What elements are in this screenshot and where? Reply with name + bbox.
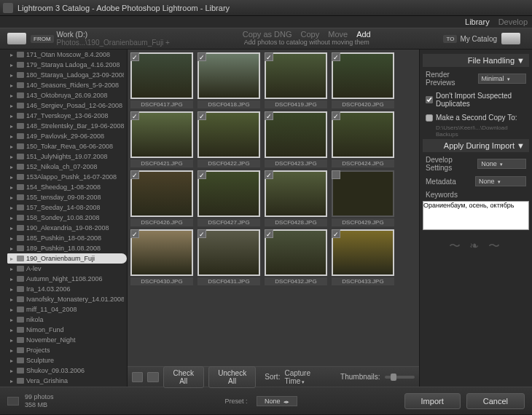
- disclosure-arrow[interactable]: ▸: [10, 72, 15, 79]
- uncheck-all-button[interactable]: Uncheck All: [208, 366, 256, 388]
- thumbnail[interactable]: ✓DSCF0419.JPG: [265, 52, 327, 108]
- thumb-checkbox[interactable]: ✓: [265, 111, 273, 120]
- file-handling-header[interactable]: File Handling ▼: [423, 54, 529, 67]
- thumb-checkbox[interactable]: ✓: [130, 52, 139, 61]
- disclosure-arrow[interactable]: ▸: [10, 266, 15, 272]
- module-develop[interactable]: Develop: [498, 17, 528, 26]
- disclosure-arrow[interactable]: ▸: [10, 52, 15, 58]
- disclosure-arrow[interactable]: ▸: [10, 347, 15, 354]
- thumbnail[interactable]: ✓DSCF0430.JPG: [130, 229, 193, 285]
- folder-item[interactable]: ▸157_Seeday_14-08-2008: [0, 202, 127, 213]
- folder-item[interactable]: ▸171_Otan Moscow_8.4.2008: [0, 50, 127, 60]
- disclosure-arrow[interactable]: ▸: [10, 378, 15, 384]
- thumbnail[interactable]: ✓DSCF0421.JPG: [130, 111, 193, 167]
- thumb-checkbox[interactable]: ✓: [332, 52, 340, 61]
- folder-item[interactable]: ▸179_Staraya Ladoga_4.16.2008: [0, 60, 127, 70]
- folder-item[interactable]: ▸Shukov_09.03.2006: [0, 365, 127, 376]
- folder-item[interactable]: ▸Ira_14.03.2006: [0, 284, 127, 294]
- thumb-checkbox[interactable]: ✓: [197, 111, 206, 120]
- folder-item[interactable]: ▸miff_11_04_2008: [0, 304, 127, 315]
- thumbnail[interactable]: ✓DSCF0422.JPG: [197, 111, 260, 167]
- check-all-button[interactable]: Check All: [163, 366, 205, 388]
- module-library[interactable]: Library: [465, 17, 490, 26]
- disclosure-arrow[interactable]: ▸: [10, 357, 15, 364]
- disclosure-arrow[interactable]: ▸: [10, 194, 15, 201]
- folder-item[interactable]: ▸153Alappo_Pushk_16-07-2008: [0, 172, 127, 182]
- folder-item[interactable]: ▸Nimon_Fund: [0, 325, 127, 335]
- disclosure-arrow[interactable]: ▸: [10, 215, 15, 221]
- folder-item[interactable]: ▸Vera_Grishina: [0, 376, 127, 386]
- folder-item[interactable]: ▸189_Pushkin_18.08.2008: [0, 243, 127, 253]
- folder-item[interactable]: ▸146_Sergiev_Posad_12-06-2008: [0, 100, 127, 111]
- disclosure-arrow[interactable]: ▸: [10, 133, 15, 140]
- thumbnail[interactable]: ✓DSCF0420.JPG: [332, 52, 394, 108]
- disclosure-arrow[interactable]: ▸: [10, 164, 15, 170]
- thumbnail[interactable]: ✓DSCF0433.JPG: [332, 229, 394, 285]
- disclosure-arrow[interactable]: ▸: [10, 82, 15, 89]
- thumb-checkbox[interactable]: [332, 170, 340, 179]
- folder-item[interactable]: ▸143_Oktobruya_26.09.2008: [0, 90, 127, 100]
- folder-item[interactable]: ▸150_Tokar_Reva_06-06-2008: [0, 141, 127, 151]
- disclosure-arrow[interactable]: ▸: [10, 368, 15, 374]
- thumb-checkbox[interactable]: ✓: [130, 229, 139, 238]
- folder-item[interactable]: ▸190_Alexandria_19-08-2008: [0, 223, 127, 233]
- thumb-checkbox[interactable]: ✓: [197, 170, 206, 179]
- cancel-button[interactable]: Cancel: [466, 393, 525, 409]
- folder-item[interactable]: ▸Willful_Child: [0, 386, 127, 387]
- import-button[interactable]: Import: [404, 393, 461, 409]
- folder-item[interactable]: ▸152_Nikola_ch_07-2008: [0, 162, 127, 172]
- render-previews-dropdown[interactable]: Minimal ▾: [478, 74, 526, 84]
- action-copy[interactable]: Copy: [301, 31, 320, 39]
- disclosure-arrow[interactable]: ▸: [10, 184, 15, 191]
- disclosure-arrow[interactable]: ▸: [10, 245, 15, 252]
- folder-item[interactable]: ▸A-lev: [0, 264, 127, 274]
- keywords-input[interactable]: [423, 201, 529, 230]
- disclosure-arrow[interactable]: ▸: [10, 154, 15, 160]
- thumb-checkbox[interactable]: ✓: [197, 229, 206, 238]
- disclosure-arrow[interactable]: ▸: [10, 235, 15, 242]
- thumbnail[interactable]: ✓DSCF0418.JPG: [197, 52, 260, 108]
- action-add[interactable]: Add: [356, 31, 371, 39]
- preset-dropdown[interactable]: None ◂▸: [257, 396, 297, 406]
- no-duplicates-checkbox[interactable]: [426, 96, 433, 103]
- folder-item[interactable]: ▸180_Staraya_Ladoga_23-09-2008: [0, 70, 127, 80]
- thumbnail[interactable]: ✓DSCF0428.JPG: [265, 170, 327, 226]
- source-name[interactable]: Work (D:): [57, 31, 170, 39]
- disclosure-arrow[interactable]: ▸: [10, 174, 15, 181]
- disclosure-arrow[interactable]: ▸: [10, 286, 15, 293]
- thumbnail[interactable]: DSCF0429.JPG: [332, 170, 394, 226]
- folder-item[interactable]: ▸151_JulyNights_19.07.2008: [0, 151, 127, 162]
- folder-item[interactable]: ▸155_tensday_09-08-2008: [0, 192, 127, 202]
- thumbnail[interactable]: ✓DSCF0424.JPG: [332, 111, 394, 167]
- thumbnail[interactable]: ✓DSCF0431.JPG: [197, 229, 260, 285]
- folder-item[interactable]: ▸158_Sondey_10.08.2008: [0, 213, 127, 223]
- sort-dropdown[interactable]: Capture Time▾: [284, 369, 324, 385]
- thumb-checkbox[interactable]: ✓: [332, 111, 340, 120]
- develop-settings-dropdown[interactable]: None ▾: [477, 159, 526, 169]
- loupe-view-button[interactable]: [147, 372, 158, 382]
- thumbnail-grid[interactable]: ✓DSCF0417.JPG✓DSCF0418.JPG✓DSCF0419.JPG✓…: [128, 50, 419, 366]
- apply-during-import-header[interactable]: Apply During Import ▼: [423, 139, 529, 152]
- folder-item[interactable]: ▸185_Pushkin_18-08-2008: [0, 233, 127, 243]
- folder-item[interactable]: ▸Sculpture: [0, 355, 127, 365]
- grid-view-button[interactable]: [132, 372, 143, 382]
- disclosure-arrow[interactable]: ▸: [10, 143, 15, 150]
- disclosure-arrow[interactable]: ▸: [10, 327, 15, 333]
- folder-item[interactable]: ▸November_Night: [0, 335, 127, 345]
- disclosure-arrow[interactable]: ▸: [10, 337, 15, 344]
- expand-button[interactable]: [7, 397, 19, 406]
- disclosure-arrow[interactable]: ▸: [10, 62, 15, 68]
- thumb-checkbox[interactable]: ✓: [130, 170, 139, 179]
- disclosure-arrow[interactable]: ▸: [10, 296, 15, 303]
- folder-item[interactable]: ▸149_Pavlovsk_29-06-2008: [0, 131, 127, 141]
- disclosure-arrow[interactable]: ▸: [10, 205, 15, 211]
- thumb-checkbox[interactable]: ✓: [265, 170, 273, 179]
- folder-item[interactable]: ▸190_Oranienbaum_Fuji: [7, 253, 127, 264]
- disclosure-arrow[interactable]: ▸: [10, 256, 15, 262]
- folder-tree[interactable]: ▸171_Otan Moscow_8.4.2008▸179_Staraya La…: [0, 50, 128, 387]
- thumb-checkbox[interactable]: ✓: [197, 52, 206, 61]
- thumb-checkbox[interactable]: ✓: [332, 229, 340, 238]
- thumbnail[interactable]: ✓DSCF0423.JPG: [265, 111, 327, 167]
- folder-item[interactable]: ▸Autumn_Night_1108.2006: [0, 274, 127, 284]
- thumbnail[interactable]: ✓DSCF0432.JPG: [265, 229, 327, 285]
